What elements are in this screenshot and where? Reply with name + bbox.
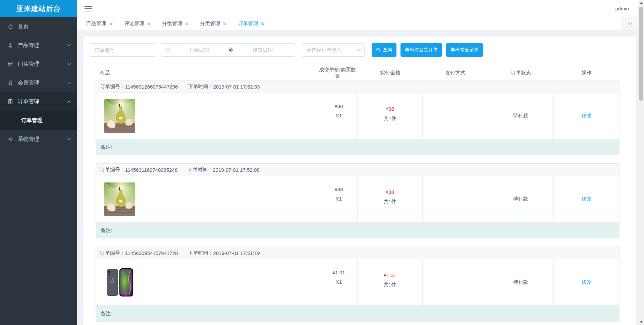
column-order-status: 订单状态: [488, 70, 554, 76]
unit-price: ¥38: [320, 185, 357, 194]
remark-row: 备注:: [96, 139, 620, 155]
menu-icon[interactable]: [85, 6, 92, 11]
close-icon[interactable]: [261, 22, 264, 25]
order-group-header: 订单编号：1145631266075447296 下单时间：2019-07-01…: [96, 80, 620, 93]
order-number-input[interactable]: [90, 43, 156, 57]
chevron-down-icon: [67, 82, 71, 84]
sidebar-item-home[interactable]: 首页: [0, 17, 77, 36]
table-header-row: 商品 成交单价/购买数量 实付金额 支付方式 订单状态 操作: [96, 66, 620, 80]
order-time-label: 下单时间：: [187, 167, 213, 173]
member-badge-icon: [7, 80, 13, 86]
edit-order-link[interactable]: 修改: [582, 279, 592, 285]
piece-count: 共1件: [383, 280, 396, 289]
order-no-value: 1145630954157641728: [125, 250, 178, 256]
order-no-value: 1145631266075447296: [125, 84, 178, 90]
pay-method-cell: [422, 93, 488, 139]
quantity: X1: [320, 194, 357, 204]
paid-amount: ¥38: [386, 187, 394, 197]
order-group: 订单编号：1145631160748085248 下单时间：2019-07-01…: [96, 163, 620, 238]
current-user[interactable]: admin: [615, 6, 629, 11]
order-no-value: 1145631160748085248: [125, 167, 177, 173]
order-time-label: 下单时间：: [188, 250, 213, 256]
order-time-value: 2019-07-01 17:52:08: [213, 167, 259, 173]
pay-method-cell: [422, 259, 488, 305]
paid-amount: ¥38: [386, 104, 394, 114]
sidebar-item-orders[interactable]: 订单管理: [0, 92, 77, 111]
order-time-value: 2019-07-01 17:52:33: [213, 84, 260, 90]
home-icon: [7, 23, 13, 30]
close-icon[interactable]: [185, 22, 189, 25]
order-no-label: 订单编号：: [100, 167, 125, 173]
export-sales-records-button[interactable]: 导出销售记录: [446, 43, 483, 57]
tab-group-management[interactable]: 分组管理: [156, 17, 194, 30]
main-area: admin 产品管理 评论管理 分组管理 分类管理 订单管理: [77, 0, 638, 325]
tab-label: 产品管理: [86, 20, 106, 27]
paid-amount: ¥1.01: [384, 271, 396, 280]
order-panel: 开始日期 至 结束日期 请选择订单状态 查询 导出待发货订单 导出销售记录: [84, 37, 636, 325]
date-range-picker[interactable]: 开始日期 至 结束日期: [161, 43, 295, 57]
close-icon[interactable]: [109, 22, 113, 25]
tab-comment-management[interactable]: 评论管理: [118, 17, 156, 30]
product-image-pear: [104, 182, 135, 216]
remark-label: 备注:: [101, 144, 112, 151]
edit-order-link[interactable]: 修改: [582, 113, 592, 119]
sidebar-item-label: 系统管理: [18, 136, 67, 143]
sidebar-item-stores[interactable]: 门店管理: [0, 55, 77, 73]
order-time-value: 2019-07-01 17:51:19: [213, 250, 260, 256]
chevron-down-icon: [628, 22, 632, 25]
sidebar-item-label: 会员管理: [18, 79, 67, 87]
unit-price: ¥38: [320, 102, 357, 111]
sidebar-item-label: 订单管理: [18, 98, 67, 105]
order-doc-icon: [7, 99, 13, 105]
orders-table: 商品 成交单价/购买数量 实付金额 支付方式 订单状态 操作 订单编号：1145…: [96, 66, 620, 322]
tab-list-dropdown[interactable]: [622, 17, 638, 30]
status-badge: 待付款: [513, 113, 528, 119]
piece-count: 共1件: [383, 197, 396, 206]
content-area: 开始日期 至 结束日期 请选择订单状态 查询 导出待发货订单 导出销售记录: [77, 31, 638, 325]
tab-bar: 产品管理 评论管理 分组管理 分类管理 订单管理: [77, 17, 638, 30]
topbar: admin: [77, 0, 638, 17]
sidebar-item-system[interactable]: 系统管理: [0, 130, 77, 149]
chevron-down-icon: [67, 63, 71, 65]
user-icon: [7, 42, 13, 48]
sidebar-item-members[interactable]: 会员管理: [0, 73, 77, 92]
order-row: ¥1.01 X1 ¥1.01 共1件 待付款 修改: [96, 259, 620, 306]
tab-product-management[interactable]: 产品管理: [80, 17, 118, 30]
tab-order-management[interactable]: 订单管理: [232, 17, 270, 30]
sidebar: 亚米建站后台 首页 产品管理 门店管理 会员管理 订单管理: [0, 0, 77, 325]
quantity: X1: [320, 277, 357, 287]
chevron-down-icon: [357, 49, 361, 51]
sidebar-item-label: 门店管理: [18, 61, 67, 68]
gear-icon: [7, 136, 13, 142]
column-product: 商品: [100, 70, 110, 76]
sidebar-subitem-order-management[interactable]: 订单管理: [0, 111, 77, 130]
vertical-scrollbar[interactable]: [638, 0, 644, 325]
search-icon: [376, 48, 381, 52]
chevron-up-icon: [67, 100, 71, 103]
scrollbar-thumb[interactable]: [639, 7, 643, 101]
order-row: ¥38 X1 ¥38 共1件 待付款 修改: [96, 93, 620, 139]
edit-order-link[interactable]: 修改: [582, 196, 592, 202]
end-date-placeholder: 结束日期: [235, 47, 291, 53]
scroll-down-arrow-icon[interactable]: [638, 319, 644, 325]
product-image-pear: [104, 99, 135, 133]
tab-category-management[interactable]: 分类管理: [194, 17, 232, 30]
export-pending-orders-button[interactable]: 导出待发货订单: [400, 43, 442, 57]
tab-label: 分类管理: [200, 20, 220, 27]
search-button[interactable]: 查询: [372, 43, 396, 57]
close-icon[interactable]: [147, 22, 151, 25]
close-icon[interactable]: [223, 22, 226, 25]
tab-label: 分组管理: [162, 20, 182, 27]
order-status-select[interactable]: 请选择订单状态: [302, 43, 365, 57]
scroll-up-arrow-icon[interactable]: [638, 0, 644, 6]
chevron-down-icon: [67, 138, 71, 141]
sidebar-item-label: 产品管理: [18, 42, 67, 49]
status-badge: 待付款: [513, 196, 528, 202]
order-group-header: 订单编号：1145630954157641728 下单时间：2019-07-01…: [96, 247, 620, 259]
order-group-header: 订单编号：1145631160748085248 下单时间：2019-07-01…: [96, 163, 620, 176]
status-badge: 待付款: [513, 279, 528, 285]
quantity: X1: [320, 111, 357, 120]
product-image-iphone: [104, 266, 135, 299]
sidebar-item-products[interactable]: 产品管理: [0, 36, 77, 55]
clock-icon: [165, 47, 171, 53]
